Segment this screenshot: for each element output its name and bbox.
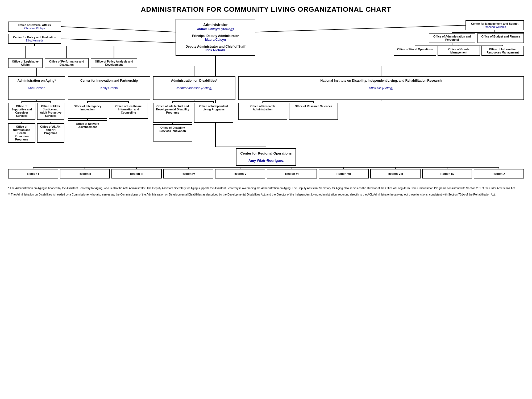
aging-children: Office of Supportive and Caregiver Servi…: [8, 103, 65, 143]
region3: Region III: [111, 169, 162, 178]
admin-name: Maura Calsyn (Acting): [181, 27, 250, 31]
row3: Administration on Aging* Kari Benson Cen…: [8, 76, 524, 100]
footnote2: ** The Administration on Disabilities is…: [8, 193, 524, 197]
interagency-box: Office of Interagency Innovation: [68, 103, 107, 119]
row2: Office of Legislative Affairs Office of …: [8, 58, 524, 68]
cip-label: Center for Innovation and Partnership: [71, 79, 147, 82]
iddp-box: Office of Intellectual and Developmental…: [153, 103, 192, 123]
row1: Office of External Affairs Christine Phi…: [8, 19, 524, 56]
disability-services-label: Office of Disability Services Innovation: [155, 126, 190, 132]
research-sciences-box: Office of Research Sciences: [289, 103, 338, 120]
leg-affairs-label: Office of Legislative Affairs: [10, 60, 40, 66]
grants-mgmt-box: Office of Grants Management: [438, 46, 480, 56]
nidrr-label: National Institute on Disability, Indepe…: [241, 79, 521, 82]
fiscal-ops-box: Office of Fiscal Operations: [394, 46, 436, 56]
region8: Region VIII: [370, 169, 421, 178]
fiscal-ops-label: Office of Fiscal Operations: [396, 48, 434, 51]
aod-children: Office of Intellectual and Developmental…: [153, 103, 235, 142]
region7: Region VII: [319, 169, 369, 178]
research-sciences-label: Office of Research Sciences: [291, 105, 336, 108]
leg-affairs-box: Office of Legislative Affairs: [8, 58, 43, 68]
cro-row: Center for Regional Operations Amy Wiatr…: [8, 148, 524, 166]
deputy-name: Maura Calsyn: [181, 38, 250, 41]
footnotes: * The Administration on Aging is headed …: [8, 184, 524, 197]
cro-label: Center for Regional Operations: [240, 151, 292, 155]
perf-eval-label: Office of Performance and Evaluation: [47, 60, 86, 66]
cip-name: Kelly Cronin: [71, 86, 147, 90]
budget-finance-label: Office of Budget and Finance: [480, 35, 522, 38]
ext-affairs-box: Office of External Affairs Christine Phi…: [8, 22, 61, 32]
research-admin-label: Office of Research Administration: [240, 105, 285, 111]
admin-personnel-label: Office of Administration and Personnel: [431, 35, 473, 41]
cro-name: Amy Wiatr-Rodriguez: [240, 159, 292, 163]
cro-box: Center for Regional Operations Amy Wiatr…: [236, 148, 296, 166]
region9: Region IX: [422, 169, 472, 178]
cof-name: Rick Nicholls: [181, 48, 250, 52]
ind-living-box: Office of Independent Living Programs: [194, 103, 233, 123]
interagency-label: Office of Interagency Innovation: [70, 105, 105, 111]
elder-justice-box: Office of Elder Justice and Adult Protec…: [37, 103, 64, 120]
admin-box: Administrator Maura Calsyn (Acting) Prin…: [176, 19, 255, 56]
aging-box: Administration on Aging* Kari Benson: [8, 76, 65, 100]
info-resources-box: Office of Information Resources Manageme…: [481, 46, 524, 56]
aod-name: Jennifer Johnson (Acting): [156, 86, 232, 90]
nutrition-label: Office of Nutrition and Health Promotion…: [10, 125, 33, 141]
ext-affairs-name: Christine Phillips: [10, 27, 59, 30]
policy-analysis-box: Office of Policy Analysis and Developmen…: [91, 58, 137, 68]
healthcare-info-label: Office of Healthcare Information and Cou…: [111, 105, 146, 114]
cip-children: Office of Interagency Innovation Office …: [68, 103, 150, 136]
nutrition-box: Office of Nutrition and Health Promotion…: [8, 123, 35, 143]
spacer1: [8, 68, 524, 76]
ai-an-nh-box: Office of AI, AN, and NH Programs: [37, 123, 64, 143]
aging-label: Administration on Aging*: [11, 79, 62, 82]
grants-mgmt-label: Office of Grants Management: [440, 48, 478, 54]
cof-title: Deputy Administrator and Chief of Staff: [181, 45, 250, 48]
network-adv-box: Office of Network Advancement: [68, 120, 107, 136]
nidrr-name: Kristi Hill (Acting): [241, 86, 521, 90]
ai-an-nh-label: Office of AI, AN, and NH Programs: [39, 125, 62, 135]
policy-eval-name: Elliot Kennedy: [10, 39, 59, 42]
nidrr-box: National Institute on Disability, Indepe…: [238, 76, 524, 100]
left-col: Office of External Affairs Christine Phi…: [8, 19, 66, 44]
region4: Region IV: [163, 169, 214, 178]
regions-row: Region I Region II Region III Region IV …: [8, 169, 524, 178]
perf-eval-box: Office of Performance and Evaluation: [45, 58, 89, 68]
region5: Region V: [215, 169, 265, 178]
aging-name: Kari Benson: [11, 86, 62, 90]
policy-eval-box: Center for Policy and Evaluation Elliot …: [8, 34, 61, 44]
admin-personnel-box: Office of Administration and Personnel: [429, 33, 475, 43]
info-resources-label: Office of Information Resources Manageme…: [484, 48, 522, 54]
footnote1: * The Administration on Aging is headed …: [8, 186, 524, 190]
cmb-label: Center for Management and Budget: [468, 22, 522, 25]
row4: Office of Supportive and Caregiver Servi…: [8, 103, 524, 143]
ind-living-label: Office of Independent Living Programs: [196, 105, 231, 111]
right-col: Center for Management and Budget Rasheed…: [364, 19, 524, 56]
elder-justice-label: Office of Elder Justice and Adult Protec…: [39, 105, 62, 117]
policy-eval-label: Center for Policy and Evaluation: [10, 36, 59, 39]
network-adv-label: Office of Network Advancement: [70, 122, 105, 128]
cip-box: Center for Innovation and Partnership Ke…: [68, 76, 150, 100]
admin-col: Administrator Maura Calsyn (Acting) Prin…: [66, 19, 364, 56]
region6: Region VI: [267, 169, 317, 178]
region10: Region X: [474, 169, 524, 178]
org-chart-container: ADMINISTRATION FOR COMMUNITY LIVING ORGA…: [8, 5, 524, 197]
budget-finance-box: Office of Budget and Finance: [477, 33, 524, 43]
cmb-name: Rasheed Williams: [468, 25, 522, 28]
policy-analysis-label: Office of Policy Analysis and Developmen…: [93, 60, 135, 66]
page-title: ADMINISTRATION FOR COMMUNITY LIVING ORGA…: [8, 5, 524, 14]
supportive-label: Office of Supportive and Caregiver Servi…: [10, 105, 33, 117]
cmb-box: Center for Management and Budget Rasheed…: [466, 20, 524, 30]
aod-box: Administration on Disabilities* Jennifer…: [153, 76, 235, 100]
aod-label: Administration on Disabilities*: [156, 79, 232, 82]
region2: Region II: [60, 169, 110, 178]
supportive-caregiver-box: Office of Supportive and Caregiver Servi…: [8, 103, 35, 120]
iddp-label: Office of Intellectual and Developmental…: [155, 105, 190, 114]
disability-services-box: Office of Disability Services Innovation: [153, 124, 192, 142]
admin-title: Administrator: [181, 23, 250, 27]
ext-affairs-label: Office of External Affairs: [10, 23, 59, 27]
research-admin-box: Office of Research Administration: [238, 103, 287, 120]
region1: Region I: [8, 169, 58, 178]
nidrr-children: Office of Research Administration Office…: [238, 103, 524, 120]
deputy-title: Principal Deputy Administrator: [181, 34, 250, 38]
healthcare-info-box: Office of Healthcare Information and Cou…: [109, 103, 148, 119]
